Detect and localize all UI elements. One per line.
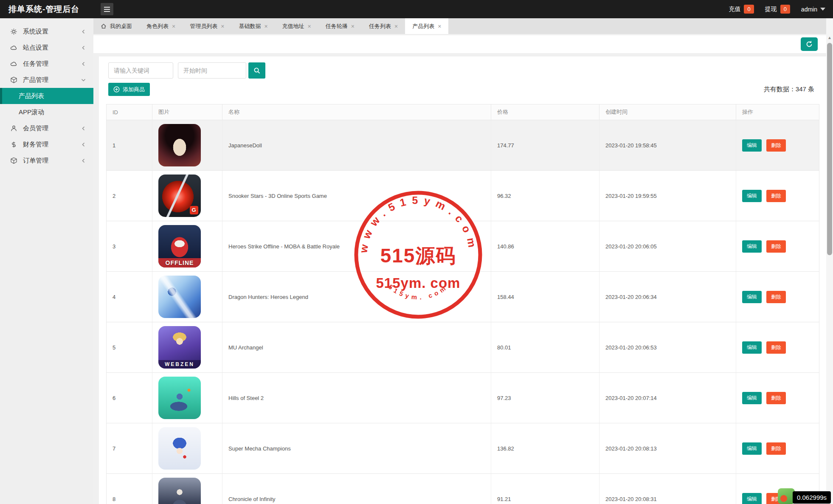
sidebar-item-site-settings[interactable]: 站点设置 [0, 39, 93, 56]
delete-button[interactable]: 删除 [766, 392, 786, 404]
close-icon[interactable]: × [394, 23, 398, 29]
edit-button[interactable]: 编辑 [742, 190, 762, 202]
tab-task-carousel[interactable]: 任务轮播× [318, 18, 362, 34]
start-date-input[interactable] [178, 62, 246, 79]
sidebar-item-system-settings[interactable]: 系统设置 [0, 23, 93, 39]
tab-basic-data[interactable]: 基础数据× [231, 18, 275, 34]
sidebar-item-label: 会员管理 [23, 124, 81, 132]
sidebar-item-product-management[interactable]: 产品管理 [0, 72, 93, 88]
sidebar-item-label: 订单管理 [23, 157, 81, 165]
plugin-badge-icon[interactable] [778, 488, 795, 504]
tab-admins[interactable]: 管理员列表× [183, 18, 231, 34]
add-product-button[interactable]: 添加商品 [108, 83, 150, 96]
product-id: 7 [113, 445, 115, 452]
recharge-label: 充值 [729, 6, 740, 13]
search-icon [253, 67, 261, 74]
toolbar-strip [93, 35, 826, 53]
tab-recharge-address[interactable]: 充值地址× [275, 18, 318, 34]
recharge-indicator[interactable]: 充值 0 [729, 5, 754, 14]
product-price: 140.86 [497, 243, 514, 250]
product-price: 158.44 [497, 294, 514, 300]
recharge-count-badge: 0 [744, 5, 754, 14]
table-row: 1 JapaneseDoll 174.77 2023-01-20 19:58:4… [107, 120, 819, 171]
sidebar-item-label: 站点设置 [23, 44, 81, 52]
product-created-time: 2023-01-20 20:06:34 [605, 294, 657, 300]
sidebar-item-product-list[interactable]: 产品列表 [0, 88, 93, 104]
withdraw-indicator[interactable]: 提现 0 [765, 5, 790, 14]
menu-toggle-button[interactable] [101, 3, 113, 15]
delete-button[interactable]: 删除 [766, 442, 786, 455]
withdraw-label: 提现 [765, 6, 777, 13]
keyword-input[interactable] [108, 62, 173, 79]
product-image: OFFLINE [158, 225, 201, 267]
edit-button[interactable]: 编辑 [742, 341, 762, 354]
table-row: 6 Hills of Steel 2 97.23 2023-01-20 20:0… [107, 373, 819, 423]
chevron-left-icon [81, 45, 86, 50]
search-toolbar: 添加商品 共有数据：347 条 [108, 62, 814, 96]
product-id: 1 [113, 142, 115, 149]
sidebar-item-finance-management[interactable]: 财务管理 [0, 136, 93, 152]
admin-app: 排单系统-管理后台 充值 0 提现 0 admin 我的桌面 角色列表× [0, 0, 833, 504]
product-image [158, 276, 201, 318]
user-menu[interactable]: admin [801, 6, 825, 13]
column-header-image: 图片 [152, 104, 222, 120]
cube-icon [10, 76, 17, 84]
tab-roles[interactable]: 角色列表× [139, 18, 183, 34]
product-id: 5 [113, 344, 115, 351]
sidebar-item-label: 系统设置 [23, 28, 81, 36]
scroll-up-arrow[interactable]: ▲ [826, 34, 833, 41]
delete-button[interactable]: 删除 [766, 341, 786, 354]
chevron-down-icon [820, 8, 825, 11]
refresh-button[interactable] [801, 37, 818, 51]
edit-button[interactable]: 编辑 [742, 493, 762, 504]
close-icon[interactable]: × [438, 23, 441, 29]
tab-label: 角色列表 [146, 23, 169, 30]
delete-button[interactable]: 删除 [766, 240, 786, 253]
product-image [158, 377, 201, 419]
product-created-time: 2023-01-20 20:07:14 [605, 395, 657, 401]
table-row: 8 Chronicle of Infinity 91.21 2023-01-20… [107, 474, 819, 504]
tab-label: 任务列表 [369, 23, 391, 30]
add-product-label: 添加商品 [123, 86, 145, 93]
product-created-time: 2023-01-20 20:08:13 [605, 445, 657, 452]
product-id: 4 [113, 294, 115, 300]
delete-button[interactable]: 删除 [766, 291, 786, 303]
edit-button[interactable]: 编辑 [742, 291, 762, 303]
gear-icon [10, 28, 17, 35]
sidebar-item-label: 产品列表 [19, 92, 86, 100]
delete-button[interactable]: 删除 [766, 190, 786, 202]
close-icon[interactable]: × [351, 23, 355, 29]
home-icon [101, 23, 107, 29]
product-id: 2 [113, 193, 115, 199]
tab-product-list[interactable]: 产品列表× [405, 18, 448, 34]
tab-task-list[interactable]: 任务列表× [362, 18, 405, 34]
chevron-left-icon [81, 62, 86, 66]
sidebar-item-label: 财务管理 [23, 141, 81, 149]
scrollbar-thumb[interactable] [827, 43, 832, 255]
edit-button[interactable]: 编辑 [742, 392, 762, 404]
chevron-left-icon [81, 158, 86, 163]
edit-button[interactable]: 编辑 [742, 240, 762, 253]
cube-icon [10, 157, 17, 164]
product-created-time: 2023-01-20 19:59:55 [605, 193, 657, 199]
sidebar-item-order-management[interactable]: 订单管理 [0, 152, 93, 169]
close-icon[interactable]: × [308, 23, 311, 29]
sidebar-item-task-management[interactable]: 任务管理 [0, 56, 93, 72]
page-load-timer: 0.062999s [793, 491, 831, 504]
close-icon[interactable]: × [221, 23, 224, 29]
table-body: 1 JapaneseDoll 174.77 2023-01-20 19:58:4… [107, 120, 819, 504]
product-image-text: WEBZEN [158, 360, 201, 369]
delete-button[interactable]: 删除 [766, 139, 786, 152]
product-price: 97.23 [497, 395, 511, 401]
sidebar-item-app-scroll[interactable]: APP滚动 [0, 104, 93, 120]
product-name: Chronicle of Infinity [228, 496, 276, 502]
search-button[interactable] [248, 62, 265, 79]
sidebar-item-member-management[interactable]: 会员管理 [0, 120, 93, 136]
total-count: 共有数据：347 条 [764, 85, 814, 93]
edit-button[interactable]: 编辑 [742, 442, 762, 455]
close-icon[interactable]: × [264, 23, 267, 29]
tab-desktop[interactable]: 我的桌面 [93, 18, 139, 34]
close-icon[interactable]: × [172, 23, 175, 29]
edit-button[interactable]: 编辑 [742, 139, 762, 152]
username: admin [801, 6, 817, 13]
